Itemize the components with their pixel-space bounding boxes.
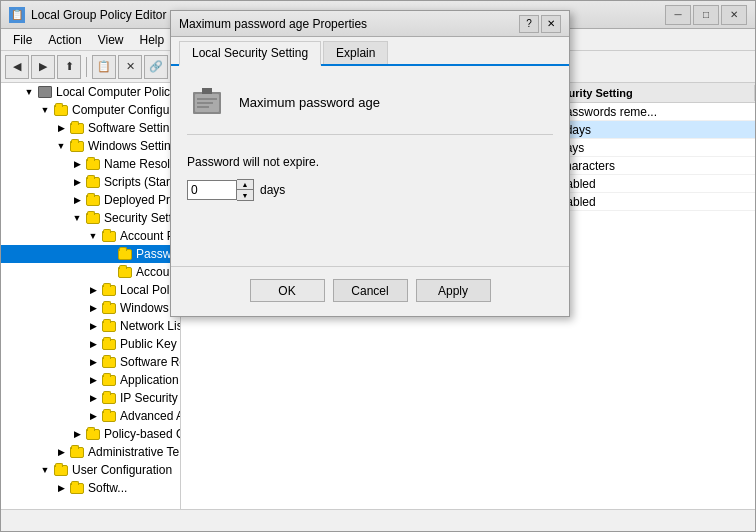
show-hide-button[interactable]: 📋 (92, 55, 116, 79)
forward-button[interactable]: ▶ (31, 55, 55, 79)
folder-icon (117, 264, 133, 280)
folder-icon (101, 282, 117, 298)
dialog-title-bar: Maximum password age Properties ? ✕ (171, 11, 569, 37)
delete-button[interactable]: ✕ (118, 55, 142, 79)
spinner-arrows: ▲ ▼ (237, 179, 254, 201)
folder-icon (85, 192, 101, 208)
tree-label: Computer Configurat... (72, 103, 180, 117)
expand-icon[interactable]: ▶ (85, 318, 101, 334)
tree-item-windows-settings[interactable]: ▼ Windows Settings (1, 137, 180, 155)
tree-item-local-computer-policy[interactable]: ▼ Local Computer Policy (1, 83, 180, 101)
expand-icon[interactable]: ▼ (37, 462, 53, 478)
folder-icon (101, 318, 117, 334)
days-input[interactable] (187, 180, 237, 200)
apply-button[interactable]: Apply (416, 279, 491, 302)
policy-display-name: Maximum password age (239, 95, 380, 110)
tree-item-admin-templates[interactable]: ▶ Administrative Tem... (1, 443, 180, 461)
expand-icon[interactable]: ▶ (53, 480, 69, 496)
tree-item-software-settings[interactable]: ▶ Software Settings (1, 119, 180, 137)
expand-icon[interactable]: ▶ (85, 390, 101, 406)
tree-item-application-control[interactable]: ▶ Application C... (1, 371, 180, 389)
up-button[interactable]: ⬆ (57, 55, 81, 79)
tree-item-policy-based-qos[interactable]: ▶ Policy-based Qo... (1, 425, 180, 443)
dialog-help-button[interactable]: ? (519, 15, 539, 33)
tree-label: Scripts (Startup/... (104, 175, 180, 189)
spinner-down-button[interactable]: ▼ (237, 190, 253, 200)
tree-label: Administrative Tem... (88, 445, 180, 459)
expand-icon[interactable]: ▼ (69, 210, 85, 226)
expand-icon[interactable]: ▶ (69, 426, 85, 442)
tab-explain[interactable]: Explain (323, 41, 388, 64)
folder-icon (101, 300, 117, 316)
status-bar (1, 509, 755, 531)
expand-icon[interactable]: ▶ (85, 408, 101, 424)
tree-item-scripts[interactable]: ▶ Scripts (Startup/... (1, 173, 180, 191)
tree-label: Advanced A... (120, 409, 180, 423)
tree-item-password-policy[interactable]: Passwor... (1, 245, 180, 263)
tree-item-user-configuration[interactable]: ▼ User Configuration (1, 461, 180, 479)
tree-item-ip-security[interactable]: ▶ IP Security P... (1, 389, 180, 407)
expand-icon[interactable]: ▶ (85, 300, 101, 316)
svg-rect-5 (197, 106, 209, 108)
menu-file[interactable]: File (5, 31, 40, 49)
close-button[interactable]: ✕ (721, 5, 747, 25)
folder-icon (85, 426, 101, 442)
tree-item-computer-configuration[interactable]: ▼ Computer Configurat... (1, 101, 180, 119)
days-spinner[interactable]: ▲ ▼ (187, 179, 254, 201)
expand-icon[interactable]: ▶ (53, 120, 69, 136)
tree-label: Security Settings (104, 211, 180, 225)
tree-item-name-resolution[interactable]: ▶ Name Resolutio... (1, 155, 180, 173)
tree-item-advanced-audit[interactable]: ▶ Advanced A... (1, 407, 180, 425)
folder-icon (101, 354, 117, 370)
tree-panel: ▼ Local Computer Policy ▼ Computer Confi… (1, 83, 181, 509)
dialog-close-button[interactable]: ✕ (541, 15, 561, 33)
dialog-header-row: Maximum password age (187, 82, 553, 135)
setting-cell: 0 characters (541, 158, 755, 174)
tree-item-account-policies[interactable]: ▼ Account Pol... (1, 227, 180, 245)
expand-icon[interactable]: ▶ (85, 336, 101, 352)
expand-icon[interactable]: ▼ (53, 138, 69, 154)
back-button[interactable]: ◀ (5, 55, 29, 79)
tree-item-network-list[interactable]: ▶ Network List... (1, 317, 180, 335)
dialog-description-label: Password will not expire. (187, 155, 553, 169)
expand-icon[interactable]: ▶ (69, 192, 85, 208)
expand-icon[interactable] (101, 264, 117, 280)
tree-item-software-restriction[interactable]: ▶ Software Res... (1, 353, 180, 371)
expand-icon[interactable]: ▼ (85, 228, 101, 244)
expand-icon[interactable]: ▶ (69, 174, 85, 190)
tree-item-windows-defender[interactable]: ▶ Windows De... (1, 299, 180, 317)
tab-local-security-setting[interactable]: Local Security Setting (179, 41, 321, 66)
tree-item-public-key[interactable]: ▶ Public Key P... (1, 335, 180, 353)
setting-column-header[interactable]: Security Setting (541, 85, 755, 101)
cancel-button[interactable]: Cancel (333, 279, 408, 302)
tree-item-local-policies[interactable]: ▶ Local Policie... (1, 281, 180, 299)
expand-icon[interactable]: ▶ (85, 372, 101, 388)
menu-help[interactable]: Help (132, 31, 173, 49)
tree-label: Softw... (88, 481, 127, 495)
setting-cell: 0 days (541, 140, 755, 156)
window-controls: ─ □ ✕ (665, 5, 747, 25)
folder-icon (117, 246, 133, 262)
tree-item-account-lockout[interactable]: Account... (1, 263, 180, 281)
tree-item-security-settings[interactable]: ▼ Security Settings (1, 209, 180, 227)
dialog-title-buttons: ? ✕ (519, 15, 561, 33)
menu-action[interactable]: Action (40, 31, 89, 49)
expand-icon[interactable]: ▶ (85, 282, 101, 298)
maximize-button[interactable]: □ (693, 5, 719, 25)
expand-icon[interactable]: ▶ (85, 354, 101, 370)
expand-icon[interactable]: ▶ (53, 444, 69, 460)
minimize-button[interactable]: ─ (665, 5, 691, 25)
folder-icon (69, 480, 85, 496)
properties-button[interactable]: 🔗 (144, 55, 168, 79)
ok-button[interactable]: OK (250, 279, 325, 302)
tree-item-user-software[interactable]: ▶ Softw... (1, 479, 180, 497)
spinner-up-button[interactable]: ▲ (237, 180, 253, 190)
expand-icon[interactable]: ▼ (21, 84, 37, 100)
menu-view[interactable]: View (90, 31, 132, 49)
dialog-input-row: ▲ ▼ days (187, 179, 553, 201)
expand-icon[interactable]: ▼ (37, 102, 53, 118)
tree-item-deployed-printers[interactable]: ▶ Deployed Printe... (1, 191, 180, 209)
folder-icon (85, 174, 101, 190)
expand-icon[interactable] (101, 246, 117, 262)
expand-icon[interactable]: ▶ (69, 156, 85, 172)
